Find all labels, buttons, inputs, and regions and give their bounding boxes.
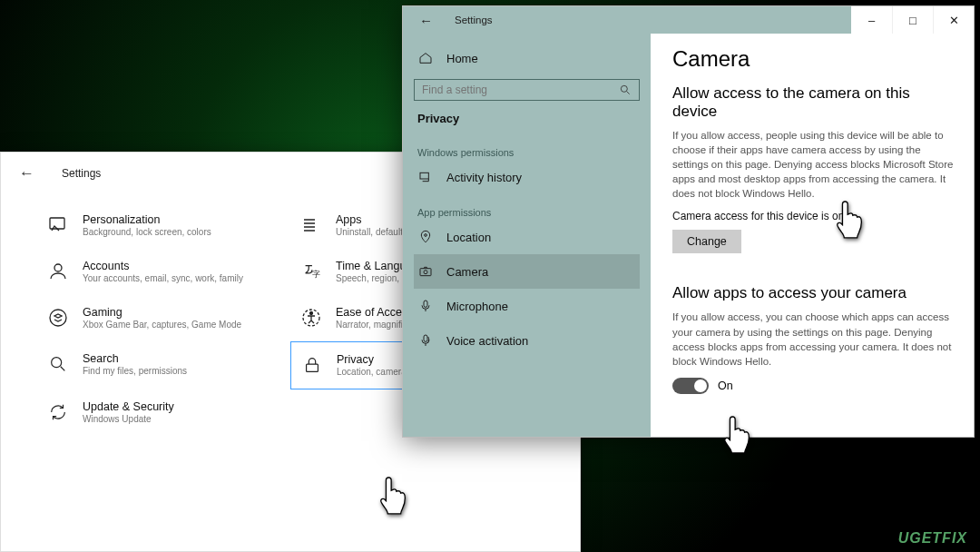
search-icon xyxy=(46,352,70,376)
sidebar-item-label: Camera xyxy=(446,265,488,279)
toggle-knob xyxy=(694,380,707,392)
svg-point-8 xyxy=(621,85,627,92)
svg-text:字: 字 xyxy=(312,270,320,279)
category-title: Personalization xyxy=(83,213,211,226)
settings-main-title: Settings xyxy=(62,167,101,180)
sidebar-item-microphone[interactable]: Microphone xyxy=(414,289,640,323)
svg-point-6 xyxy=(52,358,62,368)
apps-icon xyxy=(299,213,323,237)
category-sub: Your accounts, email, sync, work, family xyxy=(83,272,243,284)
sidebar-item-location[interactable]: Location xyxy=(414,220,640,254)
section-heading-apps-access: Allow apps to access your camera xyxy=(672,284,954,302)
window-title: Settings xyxy=(455,15,493,25)
sidebar-item-activity-history[interactable]: Activity history xyxy=(414,160,640,194)
watermark-text: UGETFIX xyxy=(898,530,967,547)
content-pane: Camera Allow access to the camera on thi… xyxy=(651,34,974,437)
svg-rect-14 xyxy=(424,335,427,341)
toggle-label: On xyxy=(718,380,733,392)
back-arrow-icon[interactable]: ← xyxy=(419,13,433,28)
accounts-icon xyxy=(46,260,70,283)
toggle-track[interactable] xyxy=(672,378,709,394)
category-sub: Find my files, permissions xyxy=(83,365,187,377)
category-search[interactable]: SearchFind my files, permissions xyxy=(37,341,290,389)
sidebar-item-label: Voice activation xyxy=(446,334,528,348)
section-heading-device-access: Allow access to the camera on this devic… xyxy=(672,84,954,121)
category-accounts[interactable]: AccountsYour accounts, email, sync, work… xyxy=(37,249,290,295)
search-input[interactable] xyxy=(422,84,619,96)
sidebar-item-voice-activation[interactable]: Voice activation xyxy=(414,323,640,358)
back-arrow-icon[interactable]: ← xyxy=(19,164,34,182)
close-button[interactable]: ✕ xyxy=(933,6,974,34)
category-personalization[interactable]: PersonalizationBackground, lock screen, … xyxy=(37,202,290,249)
home-icon xyxy=(417,50,434,66)
category-sub: Background, lock screen, colors xyxy=(83,226,211,238)
svg-point-5 xyxy=(310,312,313,315)
location-icon xyxy=(417,229,434,245)
ease-of-access-icon xyxy=(299,306,323,330)
svg-rect-13 xyxy=(424,301,427,307)
voice-activation-icon xyxy=(417,332,434,349)
section-description: If you allow access, people using this d… xyxy=(672,128,954,201)
apps-access-toggle[interactable]: On xyxy=(672,378,954,394)
section-description: If you allow access, you can choose whic… xyxy=(672,310,954,368)
svg-point-1 xyxy=(54,264,62,271)
category-title: Accounts xyxy=(83,260,243,272)
category-title: Gaming xyxy=(83,306,241,319)
sidebar-section-title: Privacy xyxy=(414,106,640,134)
category-sub: Windows Update xyxy=(83,413,174,425)
gaming-icon xyxy=(46,306,70,330)
sidebar-item-label: Microphone xyxy=(446,300,508,313)
sidebar: Home Privacy Windows permissions Activit… xyxy=(403,34,651,437)
category-title: Search xyxy=(83,352,187,365)
sidebar-item-camera[interactable]: Camera xyxy=(414,254,640,289)
sidebar-item-label: Home xyxy=(446,52,478,65)
maximize-button[interactable]: □ xyxy=(892,6,933,34)
sidebar-item-label: Activity history xyxy=(446,171,522,184)
svg-rect-9 xyxy=(420,172,428,179)
search-icon xyxy=(619,84,632,96)
update-security-icon xyxy=(46,400,70,424)
time-language-icon: 字 xyxy=(299,260,323,283)
category-update-security[interactable]: Update & SecurityWindows Update xyxy=(37,389,290,436)
category-title: Update & Security xyxy=(83,400,174,413)
svg-rect-11 xyxy=(420,269,431,276)
sidebar-item-home[interactable]: Home xyxy=(414,41,640,75)
camera-icon xyxy=(417,263,434,280)
privacy-icon xyxy=(300,353,324,377)
sidebar-item-label: Location xyxy=(446,231,491,244)
camera-access-status: Camera access for this device is on xyxy=(672,210,954,222)
activity-history-icon xyxy=(417,169,434,185)
svg-point-12 xyxy=(424,271,427,274)
sidebar-group-app-permissions: App permissions xyxy=(414,194,640,220)
page-title: Camera xyxy=(672,46,954,72)
settings-privacy-window: ← Settings – □ ✕ Home Privacy Windows pe… xyxy=(402,5,975,438)
category-gaming[interactable]: GamingXbox Game Bar, captures, Game Mode xyxy=(37,295,290,341)
minimize-button[interactable]: – xyxy=(851,6,892,34)
svg-point-10 xyxy=(425,234,427,237)
microphone-icon xyxy=(417,298,434,314)
window-chrome: ← Settings – □ ✕ xyxy=(403,6,974,34)
svg-rect-0 xyxy=(50,218,64,229)
sidebar-search[interactable] xyxy=(414,79,640,101)
personalization-icon xyxy=(46,213,70,237)
svg-rect-7 xyxy=(307,364,318,371)
sidebar-group-windows-permissions: Windows permissions xyxy=(414,134,640,160)
change-button[interactable]: Change xyxy=(672,230,741,253)
category-sub: Xbox Game Bar, captures, Game Mode xyxy=(83,319,241,330)
